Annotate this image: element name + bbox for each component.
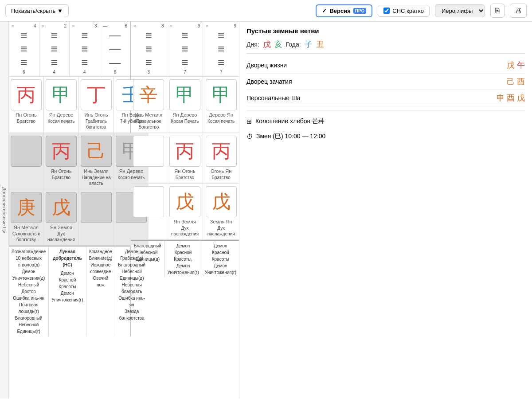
star-cell-r2: Демон Красной Красоты, Демон Уничтожения… [165, 241, 202, 278]
time-event-text: Змея (巳) 10:00 — 12:00 [256, 133, 325, 141]
pillar-cell[interactable]: 庚 Ян Металл Склонность к богатству [9, 189, 44, 245]
life-palace-label: Дворец жизни [246, 62, 287, 69]
hieroglyph-box: 辛 [133, 79, 164, 110]
hieroglyph-box: 甲 [46, 79, 77, 110]
pillar-cell[interactable]: 丙 Ян Огонь Братство [44, 133, 79, 189]
pillar-mid-left: 丙 Ян Огонь Братство 己 Инь Земля Нападени… [9, 133, 130, 189]
pillar-cell-empty[interactable] [9, 133, 44, 189]
hex-cell-2: ≡2 ≡≡≡ 4 [39, 22, 70, 76]
grain-icon: ⊞ [246, 118, 252, 125]
version-badge: ПРО [353, 8, 367, 14]
hieroglyph-box: 戊 [46, 192, 77, 223]
hieroglyph-box: 丁 [81, 79, 112, 110]
version-button[interactable]: ✓ Версия ПРО [316, 4, 372, 17]
life-palace-chars: 戊 午 [507, 60, 525, 70]
cns-button[interactable]: СНС кратко [378, 5, 430, 17]
hex-cell-6: ≡9 ≡≡≡ 7 [167, 22, 203, 76]
bottom-stars-right: Благородный Небесной Единицы(д) Демон Кр… [131, 241, 239, 278]
pillar-cell-empty[interactable] [131, 184, 167, 239]
star-cell-r3: Демон Красной Красоты Демон Уничтожения(… [202, 241, 239, 278]
personal-sha-label: Персональные Ша [246, 94, 301, 102]
hex-cell-7: ≡9 ≡≡≡ 7 [203, 22, 239, 76]
pillar-cell[interactable]: 甲 Дерево Ян Косая печать [203, 77, 239, 133]
pillar-cell[interactable]: 丁 Инь Огонь Грабитель богатства [79, 77, 114, 133]
hieroglyph-box: 丙 [46, 136, 77, 167]
hieroglyph-box: 丙 [169, 136, 200, 167]
pillar-cell[interactable]: 戊 Ян Земля Дух наслаждения [167, 184, 203, 239]
toolbar: Показать/скрыть ▼ ✓ Версия ПРО СНС кратк… [0, 0, 532, 22]
star-cell-2: Лунная добродетель (НС) Демон Красной Кр… [49, 246, 86, 336]
hieroglyph-box: 己 [81, 136, 112, 167]
hieroglyph-box: 戊 [206, 186, 237, 217]
pillar-cell[interactable]: 丙 Огонь Ян Братство [203, 133, 239, 183]
pillar-cell[interactable]: 戊 Ян Земля Дух наслаждения [44, 189, 79, 245]
day-row: Дня: 戊 亥 Года: 子 丑 [246, 39, 525, 50]
hieroglyph-box: 丙 [11, 79, 42, 110]
empty-box [11, 136, 42, 167]
hex-cell-5: ≡8 ≡≡≡ 3 [131, 22, 167, 76]
empty-box [133, 186, 164, 217]
star-cell-r1: Благородный Небесной Единицы(д) [131, 241, 165, 278]
hieroglyphs-select[interactable]: Иероглифы [435, 4, 485, 17]
life-palace-row: Дворец жизни 戊 午 [246, 57, 525, 74]
version-label: Версия [329, 8, 350, 14]
col-left: ≡4 ≡≡≡ 6 ≡2 ≡≡≡ 4 ≡3 [9, 22, 131, 336]
empty-box [133, 136, 164, 167]
panel-title: Пустые земные ветви [246, 27, 525, 35]
hieroglyph-box: 戊 [169, 186, 200, 217]
divider [246, 53, 525, 54]
pillar-top-right: 辛 Инь Металл Правильное Богатство 甲 Ян Д… [131, 77, 239, 133]
personal-sha-row: Персональные Ша 申 酉 戊 [246, 90, 525, 106]
day-chars-2: 亥 [274, 39, 282, 50]
hex-cell-3: ≡3 ≡≡≡ 4 [70, 22, 100, 76]
pillar-cell[interactable]: 己 Инь Земля Нападение на власть [79, 133, 114, 189]
pillar-cell[interactable]: 戊 Земля Ян Дух наслаждения [203, 184, 239, 239]
year-label: Года: [286, 41, 301, 48]
day-label: Дня: [246, 41, 259, 48]
hieroglyph-box: 庚 [11, 192, 42, 223]
pillar-top-left: 丙 Ян Огонь Братство 甲 Ян Дерево Косая пе… [9, 77, 130, 133]
empty-box [81, 192, 112, 223]
pillar-cell[interactable]: 丙 Ян Огонь Братство [9, 77, 44, 133]
pillar-mid-right: 丙 Ян Огонь Братство 丙 Огонь Ян Братство [131, 133, 239, 184]
share-button[interactable]: ⎘ [490, 4, 505, 18]
right-info-panel: Пустые земные ветви Дня: 戊 亥 Года: 子 丑 Д… [239, 22, 532, 399]
bottom-stars-left: Вознаграждение 10 небесных стволов(д) Де… [9, 246, 130, 336]
pillar-cell[interactable]: 辛 Инь Металл Правильное Богатство [131, 77, 167, 133]
year-chars-2: 丑 [316, 39, 324, 50]
star-cell-1: Вознаграждение 10 небесных стволов(д) Де… [9, 246, 49, 336]
conception-palace-row: Дворец зачатия 己 酉 [246, 74, 525, 90]
pillar-cell-empty[interactable] [131, 133, 167, 183]
cns-checkbox[interactable] [383, 8, 390, 14]
pillar-cell[interactable]: 甲 Ян Дерево Косая печать [44, 77, 79, 133]
pillar-cell-empty[interactable] [79, 189, 114, 245]
hieroglyph-box: 甲 [206, 79, 237, 110]
hieroglyph-box: 甲 [169, 79, 200, 110]
pillar-cell[interactable]: 甲 Ян Дерево Косая Печать [167, 77, 203, 133]
vertical-label: Дополнительные Ци [0, 22, 9, 399]
personal-sha-chars: 申 酉 戊 [497, 93, 525, 103]
hexagram-row-left: ≡4 ≡≡≡ 6 ≡2 ≡≡≡ 4 ≡3 [9, 22, 130, 77]
hex-cell-4: —6 ——— 6 [100, 22, 130, 76]
hieroglyph-box: 丙 [206, 136, 237, 167]
hex-cell-1: ≡4 ≡≡≡ 6 [9, 22, 39, 76]
print-button[interactable]: 🖨 [510, 4, 527, 18]
time-event-row: ⏱ Змея (巳) 10:00 — 12:00 [246, 129, 525, 144]
divider-2 [246, 110, 525, 110]
grain-event-text: Колошение хлебов 芒种 [255, 117, 325, 125]
conception-palace-label: Дворец зачатия [246, 78, 292, 85]
print-icon: 🖨 [515, 7, 522, 14]
star-cell-3: Командное Влияние(д) Исходное созвездие … [86, 246, 116, 336]
pillar-low-left: 庚 Ян Металл Склонность к богатству 戊 Ян … [9, 189, 130, 246]
hexagram-row-right: ≡8 ≡≡≡ 3 ≡9 ≡≡≡ 7 ≡9 [131, 22, 239, 77]
pillar-low-right: 戊 Ян Земля Дух наслаждения 戊 Земля Ян Ду… [131, 184, 239, 240]
col-right: ≡8 ≡≡≡ 3 ≡9 ≡≡≡ 7 ≡9 [131, 22, 239, 336]
day-chars: 戊 [263, 39, 271, 50]
conception-palace-chars: 己 酉 [507, 76, 525, 87]
year-chars-1: 子 [305, 39, 313, 50]
grain-event-row: ⊞ Колошение хлебов 芒种 [246, 114, 525, 129]
pillar-cell[interactable]: 丙 Ян Огонь Братство [167, 133, 203, 183]
show-hide-button[interactable]: Показать/скрыть ▼ [5, 4, 69, 17]
cns-label: СНС кратко [392, 8, 424, 14]
top-section: ≡4 ≡≡≡ 6 ≡2 ≡≡≡ 4 ≡3 [9, 22, 239, 336]
